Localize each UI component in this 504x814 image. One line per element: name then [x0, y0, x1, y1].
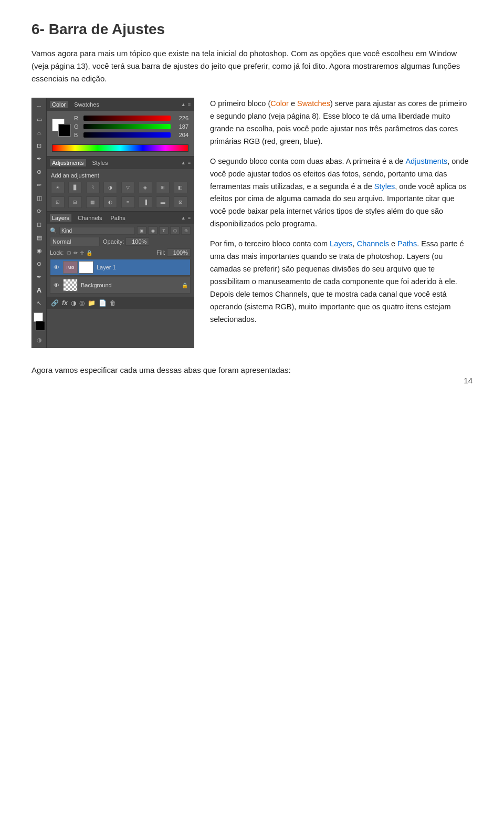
- add-mask-icon[interactable]: ◑: [71, 299, 76, 307]
- right-paragraph-2: O segundo bloco conta com duas abas. A p…: [210, 155, 472, 231]
- tool-crop[interactable]: ⊡: [34, 140, 45, 151]
- tool-select[interactable]: ▭: [34, 113, 45, 125]
- channels-highlight: Channels: [357, 239, 389, 248]
- page-number: 14: [464, 376, 472, 385]
- lock-row: Lock: ⬡ ✏ ✛ 🔒 Fill: 100: [50, 248, 191, 257]
- layers-search-row: 🔍 Kind ▣ ◉ T ⬡ ⊕: [50, 226, 191, 235]
- layer-item-background[interactable]: 👁 Background 🔒: [50, 277, 191, 294]
- tool-brush[interactable]: ✏: [34, 179, 45, 191]
- tool-move[interactable]: ↔: [34, 100, 45, 112]
- tool-eraser[interactable]: ◻: [34, 218, 45, 230]
- filter-icons: ▣ ◉ T ⬡ ⊕: [137, 226, 191, 235]
- color-sliders: R 226 G 187: [74, 115, 188, 140]
- background-eye[interactable]: 👁: [52, 282, 60, 288]
- blend-mode-select[interactable]: Normal: [50, 237, 100, 246]
- intro-paragraph: Vamos agora para mais um tópico que exis…: [32, 47, 472, 85]
- color-panel-collapse[interactable]: ▲: [181, 102, 186, 107]
- g-slider[interactable]: [83, 124, 171, 129]
- color-panel: Color Swatches ▲ ≡: [47, 98, 194, 156]
- layers-highlight: Layers: [330, 239, 353, 248]
- tool-type[interactable]: A: [34, 284, 45, 296]
- layers-bottom-bar: 🔗 fx ◑ ◎ 📁 📄 🗑: [47, 297, 194, 309]
- tab-styles[interactable]: Styles: [90, 159, 110, 166]
- filter-pixel[interactable]: ▣: [137, 226, 146, 235]
- lock-position[interactable]: ✛: [80, 250, 84, 256]
- filter-adj[interactable]: ◉: [148, 226, 158, 235]
- delete-layer-icon[interactable]: 🗑: [110, 299, 116, 307]
- adj-selective-color[interactable]: ⊠: [174, 196, 187, 208]
- tab-color[interactable]: Color: [50, 101, 68, 108]
- tool-blur[interactable]: ◉: [34, 245, 45, 256]
- adj-panel-collapse[interactable]: ▲: [181, 160, 186, 165]
- page-title: 6- Barra de Ajustes: [32, 21, 472, 38]
- tool-history[interactable]: ⟳: [34, 205, 45, 217]
- adj-vibrance[interactable]: ▽: [121, 182, 135, 193]
- color-panel-menu[interactable]: ≡: [188, 102, 191, 107]
- g-value: 187: [174, 123, 188, 130]
- background-thumb: [63, 279, 78, 291]
- adj-hue[interactable]: ◈: [139, 182, 152, 193]
- adj-panel-menu[interactable]: ≡: [188, 160, 191, 165]
- layers-panel-collapse[interactable]: ▲: [181, 215, 186, 221]
- bg-color[interactable]: [58, 124, 71, 137]
- layer-item-layer1[interactable]: 👁 IMG Layer 1: [50, 259, 191, 276]
- adj-threshold[interactable]: ▐: [139, 196, 152, 208]
- link-icon[interactable]: 🔗: [51, 299, 59, 307]
- opacity-label: Opacity:: [103, 238, 124, 245]
- bottom-paragraph: Agora vamos especificar cada uma dessas …: [32, 364, 472, 377]
- right-paragraph-1: O primeiro bloco (Color e Swatches) serv…: [210, 98, 472, 148]
- kind-select[interactable]: Kind: [59, 227, 135, 235]
- tool-dodge[interactable]: ⊙: [34, 258, 45, 269]
- filter-shape[interactable]: ⬡: [170, 226, 180, 235]
- layer1-eye[interactable]: 👁: [52, 264, 60, 270]
- tab-swatches[interactable]: Swatches: [72, 101, 101, 108]
- r-slider[interactable]: [83, 116, 171, 121]
- tab-paths[interactable]: Paths: [109, 214, 128, 222]
- opacity-input[interactable]: 100%: [125, 237, 149, 246]
- tool-eyedrop[interactable]: ✒: [34, 153, 45, 164]
- adj-levels[interactable]: ▊: [68, 182, 82, 193]
- adj-bw[interactable]: ◧: [174, 182, 187, 193]
- filter-smart[interactable]: ⊕: [181, 226, 191, 235]
- tool-mask[interactable]: ◑: [34, 334, 45, 346]
- color-spectrum-bar[interactable]: [52, 144, 188, 152]
- adj-color-balance[interactable]: ⊞: [156, 182, 170, 193]
- adj-posterize[interactable]: ≡: [121, 196, 135, 208]
- layers-panel-menu[interactable]: ≡: [188, 215, 191, 221]
- adj-invert[interactable]: ◐: [103, 196, 117, 208]
- fg-bg-color-selector[interactable]: [52, 119, 71, 137]
- layers-panel: Layers Channels Paths ▲ ≡: [47, 212, 194, 309]
- tool-lasso[interactable]: ⌓: [34, 127, 45, 138]
- fill-input[interactable]: 100%: [167, 248, 191, 257]
- tool-heal[interactable]: ⊕: [34, 166, 45, 178]
- tool-stamp[interactable]: ◫: [34, 192, 45, 204]
- styles-highlight: Styles: [374, 182, 395, 191]
- b-slider[interactable]: [83, 132, 171, 138]
- tool-gradient[interactable]: ▤: [34, 232, 45, 243]
- add-group-icon[interactable]: 📁: [88, 299, 96, 307]
- tool-path-select[interactable]: ↖: [34, 297, 45, 309]
- adjustments-highlight: Adjustments: [405, 157, 447, 165]
- tab-channels[interactable]: Channels: [76, 214, 104, 222]
- adj-brightness[interactable]: ☀: [51, 182, 65, 193]
- color-highlight: Color: [270, 99, 289, 108]
- adj-photo-filter[interactable]: ⊡: [51, 196, 65, 208]
- adj-exposure[interactable]: ◑: [103, 182, 117, 193]
- filter-type[interactable]: T: [159, 226, 169, 235]
- tool-pen[interactable]: ✒: [34, 271, 45, 283]
- adj-channel-mixer[interactable]: ⊟: [68, 196, 82, 208]
- lock-image[interactable]: ✏: [74, 250, 78, 256]
- lock-all[interactable]: 🔒: [86, 250, 92, 256]
- fill-label: Fill:: [156, 249, 165, 256]
- add-adjustment-icon[interactable]: ◎: [79, 299, 85, 307]
- adj-color-lookup[interactable]: ▦: [86, 196, 100, 208]
- add-layer-icon[interactable]: 📄: [99, 299, 107, 307]
- tab-layers[interactable]: Layers: [50, 214, 71, 222]
- adj-curves[interactable]: ⌇: [86, 182, 100, 193]
- lock-transparent[interactable]: ⬡: [67, 250, 71, 256]
- color-panel-header: Color Swatches ▲ ≡: [47, 98, 194, 111]
- adj-gradient-map[interactable]: ▬: [156, 196, 170, 208]
- fx-icon[interactable]: fx: [62, 299, 68, 307]
- tab-adjustments[interactable]: Adjustments: [50, 159, 86, 166]
- search-icon: 🔍: [50, 227, 57, 234]
